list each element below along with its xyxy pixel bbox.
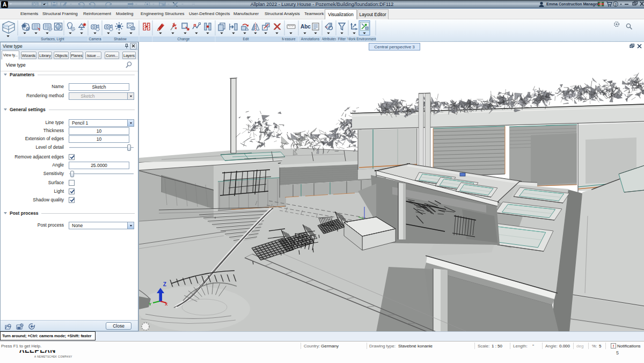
svg-text:Filter: Filter [338,37,346,41]
svg-text:Measure: Measure [282,37,296,41]
svg-text:X: X [165,302,168,307]
svg-text:Edit: Edit [243,37,248,41]
svg-text:!: ! [613,344,614,349]
svg-text:Attributes: Attributes [321,37,336,41]
svg-text:Z: Z [163,281,166,287]
svg-text:Work Environment: Work Environment [347,37,376,41]
svg-text:Shadow: Shadow [114,37,127,41]
svg-text:Abc: Abc [301,24,311,30]
svg-text:Camera: Camera [89,37,101,41]
svg-text:Change: Change [178,37,190,41]
svg-text:Y: Y [149,302,152,307]
svg-text:Surfaces, Light: Surfaces, Light [41,37,64,41]
svg-text:Annotations: Annotations [301,37,320,41]
